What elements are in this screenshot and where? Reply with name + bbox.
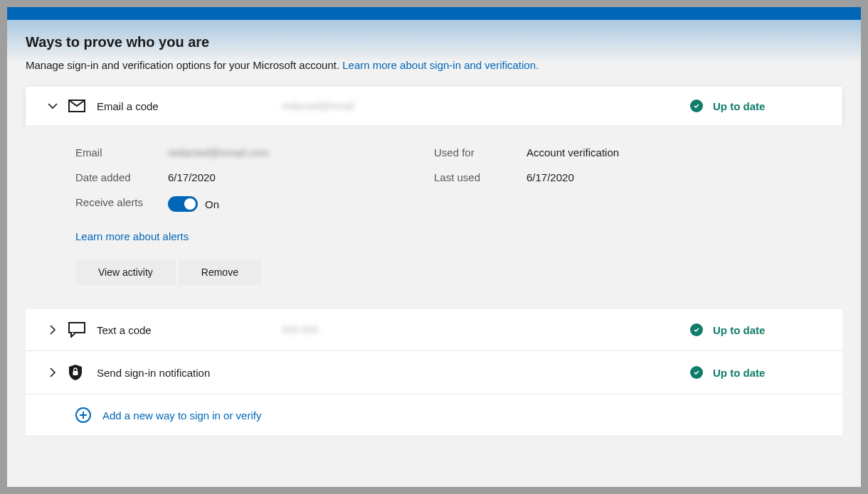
used-for-value: Account verification — [526, 146, 793, 159]
check-icon — [690, 323, 703, 336]
receive-alerts-label: Receive alerts — [75, 196, 168, 212]
chevron-right-icon — [43, 367, 63, 377]
plus-circle-icon — [75, 407, 91, 423]
remove-button[interactable]: Remove — [179, 259, 261, 285]
method-text-panel: Text a code 555-555 Up to date — [26, 309, 842, 351]
chat-icon — [68, 322, 94, 338]
add-method-panel: Add a new way to sign in or verify — [26, 394, 842, 436]
add-method-text: Add a new way to sign in or verify — [102, 409, 261, 421]
method-email-detail: redacted@email — [282, 100, 690, 112]
date-added-label: Date added — [75, 171, 168, 183]
method-email-header[interactable]: Email a code redacted@email Up to date — [26, 87, 842, 125]
envelope-icon — [68, 100, 94, 112]
method-notification-status: Up to date — [690, 366, 825, 379]
page-title: Ways to prove who you are — [26, 34, 842, 50]
chevron-down-icon — [43, 101, 63, 111]
method-email-body: Email redacted@email.com Used for Accoun… — [26, 125, 842, 306]
svg-rect-1 — [69, 323, 85, 333]
learn-more-alerts-link[interactable]: Learn more about alerts — [75, 230, 189, 242]
method-text-status: Up to date — [690, 323, 825, 336]
toggle-knob — [184, 198, 196, 210]
top-blue-bar — [7, 7, 861, 20]
chevron-right-icon — [43, 325, 63, 335]
check-icon — [690, 366, 703, 379]
receive-alerts-state: On — [205, 198, 219, 210]
security-settings-window: Ways to prove who you are Manage sign-in… — [7, 7, 861, 487]
method-email-status: Up to date — [690, 100, 825, 112]
receive-alerts-toggle[interactable] — [168, 196, 198, 212]
check-icon — [690, 100, 703, 112]
page-subtitle: Manage sign-in and verification options … — [26, 59, 842, 71]
learn-more-link[interactable]: Learn more about sign-in and verificatio… — [342, 59, 539, 71]
svg-rect-2 — [73, 371, 78, 375]
method-email-panel: Email a code redacted@email Up to date — [26, 87, 842, 125]
subtitle-text: Manage sign-in and verification options … — [26, 59, 342, 71]
button-row: View activity Remove — [75, 259, 793, 285]
method-text-detail: 555-555 — [282, 324, 690, 335]
add-method-row[interactable]: Add a new way to sign in or verify — [26, 394, 842, 436]
details-grid: Email redacted@email.com Used for Accoun… — [75, 146, 793, 212]
date-added-value: 6/17/2020 — [168, 171, 434, 183]
email-value: redacted@email.com — [168, 146, 434, 159]
status-text: Up to date — [713, 100, 765, 112]
last-used-label: Last used — [434, 171, 526, 183]
last-used-value: 6/17/2020 — [526, 171, 793, 183]
lock-shield-icon — [68, 364, 94, 381]
method-email-title: Email a code — [97, 100, 282, 112]
receive-alerts-row: On — [168, 196, 434, 212]
status-text: Up to date — [713, 324, 765, 336]
email-label: Email — [75, 146, 168, 159]
method-notification-header[interactable]: Send sign-in notification Up to date — [26, 351, 842, 394]
method-notification-panel: Send sign-in notification Up to date — [26, 351, 842, 394]
method-notification-title: Send sign-in notification — [97, 367, 282, 379]
content-area: Ways to prove who you are Manage sign-in… — [7, 34, 861, 436]
method-text-header[interactable]: Text a code 555-555 Up to date — [26, 309, 842, 350]
view-activity-button[interactable]: View activity — [75, 259, 176, 285]
method-text-title: Text a code — [97, 324, 282, 336]
status-text: Up to date — [713, 367, 765, 379]
used-for-label: Used for — [434, 146, 526, 159]
